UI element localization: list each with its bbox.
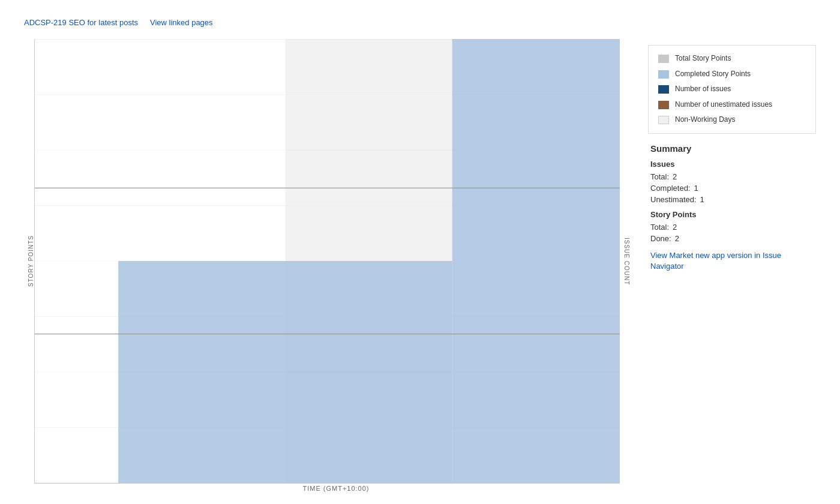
issue-link[interactable]: ADCSP-219 SEO for latest posts	[24, 18, 138, 27]
completed-label: Completed:	[650, 184, 690, 193]
legend-item-non-working: Non-Working Days	[658, 115, 806, 125]
legend-swatch-completed-sp	[658, 70, 669, 79]
x-axis-label: TIME (GMT+10:00)	[42, 485, 630, 492]
unestimated-value: 1	[700, 195, 704, 204]
completed-value: 1	[694, 184, 698, 193]
legend-item-num-issues: Number of issues	[658, 85, 806, 94]
y-axis-label: STORY POINTS	[24, 39, 34, 484]
chart-area: STORY POINTS	[24, 39, 630, 484]
unestimated-label: Unestimated:	[650, 195, 697, 204]
issues-section-title: Issues	[650, 160, 814, 169]
summary-sp-done-row: Done: 2	[650, 234, 814, 243]
chart-inner: 0 0.25 0.5 0.75 1 1.25 1.5 1.75 2	[34, 39, 620, 484]
legend-box: Total Story Points Completed Story Point…	[648, 45, 816, 134]
view-linked-pages-link[interactable]: View linked pages	[150, 18, 213, 27]
sp-total-value: 2	[673, 223, 677, 232]
legend-swatch-num-issues	[658, 85, 669, 94]
svg-rect-20	[452, 39, 620, 483]
legend-swatch-non-working	[658, 116, 669, 124]
legend-label-total-sp: Total Story Points	[675, 54, 731, 64]
total-label: Total:	[650, 172, 669, 181]
summary-unestimated-row: Unestimated: 1	[650, 195, 814, 204]
sp-total-label: Total:	[650, 223, 669, 232]
summary-completed-row: Completed: 1	[650, 184, 814, 193]
sp-done-value: 2	[675, 234, 679, 243]
legend-label-unestimated: Number of unestimated issues	[675, 100, 772, 110]
sp-section-title: Story Points	[650, 210, 814, 219]
sp-done-label: Done:	[650, 234, 671, 243]
summary-box: Summary Issues Total: 2 Completed: 1 Une…	[648, 143, 816, 272]
svg-rect-19	[118, 261, 452, 483]
legend-item-total-sp: Total Story Points	[658, 54, 806, 64]
legend-item-completed-sp: Completed Story Points	[658, 70, 806, 79]
total-value: 2	[673, 172, 677, 181]
nav-link[interactable]: View Market new app version in Issue Nav…	[650, 250, 814, 272]
y2-axis-label: ISSUE COUNT	[620, 39, 630, 484]
header-links: ADCSP-219 SEO for latest posts View link…	[24, 18, 816, 27]
summary-total-row: Total: 2	[650, 172, 814, 181]
chart-svg: 0 0.25 0.5 0.75 1 1.25 1.5 1.75 2	[35, 39, 620, 483]
legend-label-non-working: Non-Working Days	[675, 115, 735, 125]
legend-swatch-unestimated	[658, 101, 669, 109]
main-content: STORY POINTS	[24, 39, 816, 492]
legend-swatch-total-sp	[658, 55, 669, 63]
legend-label-num-issues: Number of issues	[675, 85, 731, 94]
right-panel: Total Story Points Completed Story Point…	[648, 39, 816, 492]
summary-sp-total-row: Total: 2	[650, 223, 814, 232]
summary-title: Summary	[650, 143, 814, 154]
legend-label-completed-sp: Completed Story Points	[675, 70, 751, 79]
legend-item-unestimated: Number of unestimated issues	[658, 100, 806, 110]
chart-container: STORY POINTS	[24, 39, 630, 492]
